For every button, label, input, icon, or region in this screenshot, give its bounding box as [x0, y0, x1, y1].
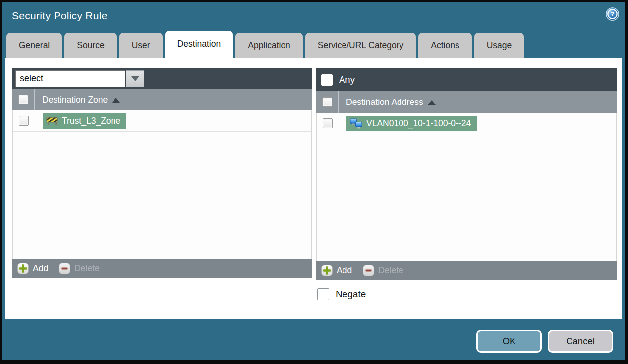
zone-filter-bar	[12, 68, 312, 89]
sort-ascending-icon	[112, 98, 120, 103]
zone-row-checkbox-cell	[13, 110, 35, 131]
address-item-label: VLAN0100_10-1-100-0--24	[366, 118, 471, 129]
address-row-checkbox-cell	[317, 113, 339, 134]
delete-minus-icon	[59, 263, 70, 274]
network-address-icon	[350, 118, 362, 129]
address-item-vlan0100[interactable]: VLAN0100_10-1-100-0--24	[346, 116, 477, 131]
tab-destination[interactable]: Destination	[165, 31, 233, 58]
tab-source[interactable]: Source	[64, 33, 116, 58]
zone-list: Trust_L3_Zone	[12, 110, 312, 259]
add-plus-icon	[321, 265, 333, 276]
zone-delete-label: Delete	[74, 263, 100, 274]
address-row-checkbox[interactable]	[323, 118, 333, 128]
zone-select-all-checkbox[interactable]	[18, 95, 28, 104]
zone-item-label: Trust_L3_Zone	[62, 116, 120, 126]
any-label: Any	[339, 74, 355, 85]
address-column-header-label: Destination Address	[346, 97, 423, 107]
address-delete-button[interactable]: Delete	[363, 265, 403, 276]
security-policy-rule-dialog: Security Policy Rule ? General Source U	[2, 2, 625, 360]
zone-select-input[interactable]	[15, 70, 125, 87]
zone-column-header-row: Destination Zone	[12, 89, 312, 110]
tab-service-url-category[interactable]: Service/URL Category	[305, 33, 416, 58]
negate-control: Negate	[317, 288, 366, 300]
tab-content-destination: Destination Zone	[5, 58, 622, 319]
destination-address-panel: Any Destination Address	[316, 68, 617, 280]
tab-user[interactable]: User	[119, 33, 163, 58]
tab-actions[interactable]: Actions	[418, 33, 471, 58]
negate-checkbox[interactable]	[317, 288, 329, 300]
address-add-label: Add	[337, 265, 352, 276]
zone-icon	[46, 116, 58, 126]
sort-ascending-icon	[428, 100, 436, 105]
tab-application[interactable]: Application	[235, 33, 303, 58]
add-plus-icon	[17, 263, 29, 274]
address-delete-label: Delete	[378, 265, 403, 276]
help-icon[interactable]: ?	[606, 7, 619, 21]
tab-general[interactable]: General	[6, 33, 62, 58]
zone-row: Trust_L3_Zone	[13, 110, 311, 132]
zone-add-button[interactable]: Add	[17, 263, 48, 274]
svg-text:?: ?	[611, 10, 615, 18]
any-checkbox[interactable]	[321, 74, 333, 86]
address-list: VLAN0100_10-1-100-0--24	[316, 113, 617, 261]
zone-item-trust-l3-zone[interactable]: Trust_L3_Zone	[43, 113, 126, 129]
screen: Security Policy Rule ? General Source U	[0, 0, 628, 364]
address-panel-footer: Add Delete	[316, 261, 617, 280]
cancel-button[interactable]: Cancel	[548, 330, 613, 353]
address-column-header-row: Destination Address	[316, 91, 617, 113]
address-select-all-cell	[316, 91, 339, 113]
destination-zone-panel: Destination Zone	[12, 68, 312, 278]
zone-column-header[interactable]: Destination Zone	[42, 95, 120, 105]
tab-usage[interactable]: Usage	[474, 33, 524, 58]
zone-select-dropdown-button[interactable]	[126, 70, 144, 87]
zone-add-label: Add	[33, 263, 48, 274]
dialog-tabs: General Source User Destination Applicat…	[6, 31, 621, 58]
address-row: VLAN0100_10-1-100-0--24	[317, 113, 616, 134]
address-column-header[interactable]: Destination Address	[346, 97, 436, 107]
address-add-button[interactable]: Add	[321, 265, 352, 276]
delete-minus-icon	[363, 265, 374, 276]
ok-button[interactable]: OK	[476, 330, 542, 353]
zone-panel-footer: Add Delete	[12, 259, 312, 278]
zone-delete-button[interactable]: Delete	[59, 263, 100, 274]
chevron-down-icon	[131, 76, 139, 81]
address-select-all-checkbox[interactable]	[322, 97, 332, 107]
dialog-title: Security Policy Rule	[12, 10, 108, 22]
dialog-titlebar: Security Policy Rule ?	[2, 2, 625, 31]
zone-select-all-cell	[12, 89, 35, 110]
zone-column-header-label: Destination Zone	[42, 95, 108, 105]
any-bar: Any	[316, 68, 617, 91]
zone-row-checkbox[interactable]	[19, 116, 29, 126]
negate-label: Negate	[336, 289, 366, 300]
